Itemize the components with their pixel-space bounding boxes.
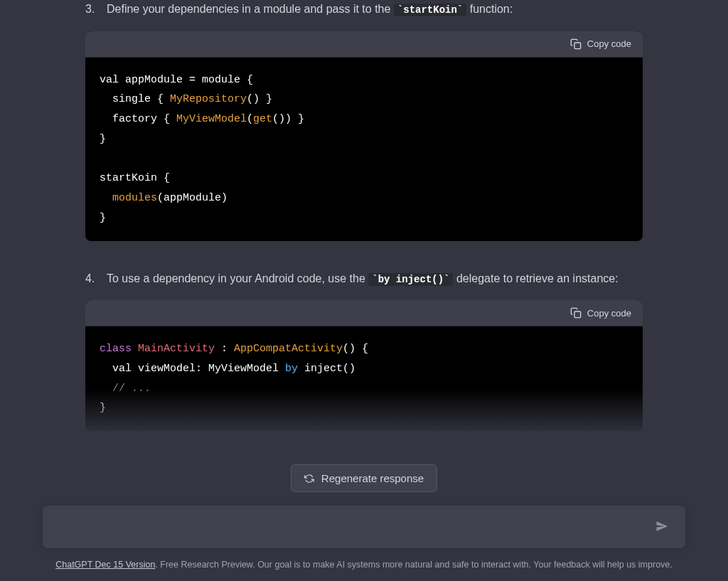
step-3: 3. Define your dependencies in a module … [85, 0, 643, 18]
code-block-2: Copy code class MainActivity : AppCompat… [85, 300, 643, 431]
code-header: Copy code [85, 31, 643, 58]
step-4: 4. To use a dependency in your Android c… [85, 270, 643, 288]
step-number: 3. [85, 0, 98, 18]
code-content: class MainActivity : AppCompatActivity()… [85, 326, 643, 431]
code-block-1: Copy code val appModule = module { singl… [85, 31, 643, 241]
version-link[interactable]: ChatGPT Dec 15 Version [55, 560, 155, 570]
text-segment: function: [466, 3, 513, 15]
footer: ChatGPT Dec 15 Version. Free Research Pr… [0, 560, 728, 570]
text-segment: Define your dependencies in a module and… [107, 3, 394, 15]
copy-label: Copy code [587, 38, 631, 49]
message-input-container [43, 506, 685, 548]
send-button[interactable] [653, 517, 671, 538]
refresh-icon [304, 474, 314, 484]
text-segment: delegate to retrieve an instance: [453, 272, 618, 284]
step-text: Define your dependencies in a module and… [107, 0, 643, 18]
clipboard-icon [570, 38, 582, 50]
code-content: val appModule = module { single { MyRepo… [85, 58, 643, 241]
copy-label: Copy code [587, 308, 631, 319]
code-header: Copy code [85, 300, 643, 326]
copy-code-button[interactable]: Copy code [570, 307, 631, 319]
step-text: To use a dependency in your Android code… [107, 270, 643, 288]
message-input[interactable] [57, 521, 653, 533]
inline-code: `startKoin` [394, 4, 466, 16]
clipboard-icon [570, 307, 582, 319]
step-number: 4. [85, 270, 98, 288]
svg-rect-1 [574, 311, 581, 318]
text-segment: To use a dependency in your Android code… [107, 272, 368, 284]
footer-text: . Free Research Preview. Our goal is to … [155, 560, 672, 570]
regenerate-button[interactable]: Regenerate response [291, 464, 437, 492]
send-icon [655, 520, 668, 533]
inline-code: `by inject()` [368, 273, 453, 286]
regenerate-label: Regenerate response [321, 472, 424, 484]
copy-code-button[interactable]: Copy code [570, 38, 631, 50]
svg-rect-0 [574, 43, 581, 49]
